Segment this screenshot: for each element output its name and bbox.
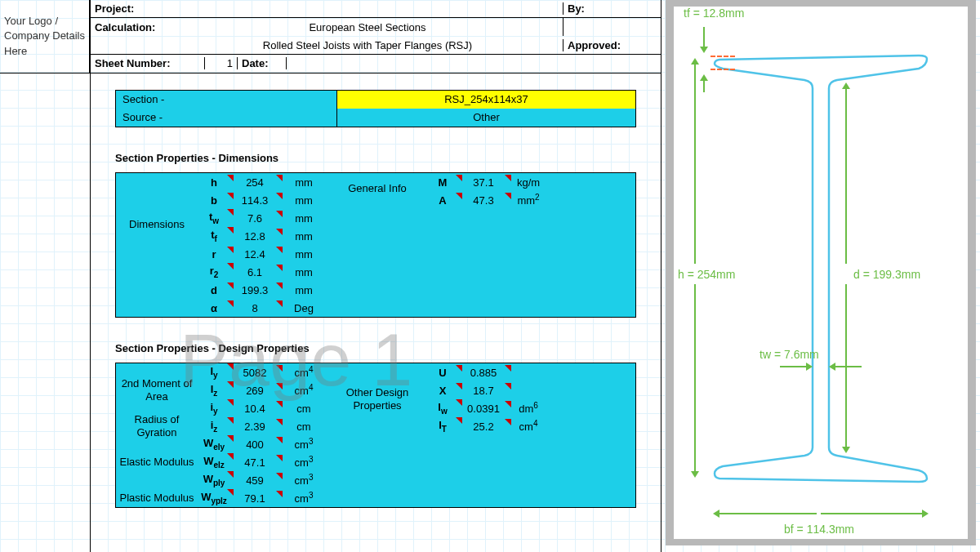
header-block: Project: By: Calculation: European Steel… <box>90 0 662 73</box>
des-sym: iy <box>198 401 230 416</box>
dim-sym: r2 <box>198 265 230 279</box>
des-unit: cm3 <box>279 455 328 469</box>
des-val: 5082 <box>230 367 279 379</box>
des-row: Wyplz79.1cm3 <box>116 489 635 507</box>
by-label: By: <box>563 2 661 15</box>
des-unit: cm <box>279 403 328 415</box>
des-row: Welz47.1cm3 <box>116 453 635 471</box>
gi-val: 47.3 <box>459 194 508 207</box>
dim-val: 12.4 <box>230 248 279 260</box>
odp-val: 18.7 <box>459 385 508 397</box>
dimensions-table: h254mmGeneral InfoM37.1kg/mb114.3mmA47.3… <box>115 172 636 318</box>
odp-val: 25.2 <box>459 421 508 433</box>
dim-row: b114.3mmA47.3mm2 <box>116 191 635 209</box>
dim-sym: tf <box>198 229 230 243</box>
des-sym: Wely <box>198 437 230 452</box>
dim-unit: mm <box>279 176 328 189</box>
source-label: Source - <box>116 109 336 127</box>
calculation-sub: Rolled Steel Joists with Taper Flanges (… <box>172 39 563 51</box>
odp-sym: U <box>426 367 459 379</box>
des-val: 400 <box>230 438 279 451</box>
section-dropdown[interactable]: RSJ_254x114x37 <box>336 91 635 109</box>
odp-val: 0.885 <box>459 367 508 379</box>
des-row: Iz269cm4Other Design PropertiesX18.7 <box>116 381 635 399</box>
dim-val: 12.8 <box>230 230 279 243</box>
des-unit: cm3 <box>279 491 328 505</box>
des-row: Plastic ModulusWply459cm3 <box>116 471 635 489</box>
section-label: Section - <box>116 91 336 109</box>
date-label: Date: <box>238 57 287 69</box>
design-title: Section Properties - Design Properties <box>115 342 636 354</box>
dim-sym: b <box>198 194 230 207</box>
h-label: h = 254mm <box>678 268 735 281</box>
dim-sym: h <box>198 176 230 189</box>
dim-sym: d <box>198 284 230 296</box>
des-val: 79.1 <box>230 492 279 505</box>
project-label: Project: <box>91 2 172 15</box>
des-val: 459 <box>230 474 279 487</box>
des-val: 10.4 <box>230 403 279 415</box>
source-value[interactable]: Other <box>336 109 635 127</box>
gi-unit: mm2 <box>508 193 549 207</box>
section-diagram: tf = 12.8mm h = 254mm d = 199.3mm tw = 7… <box>666 0 976 545</box>
odp-sym: X <box>426 385 459 397</box>
des-val: 269 <box>230 385 279 397</box>
des-unit: cm3 <box>279 437 328 451</box>
des-row: Elastic ModulusWely400cm3 <box>116 435 635 453</box>
calculation-label: Calculation: <box>91 21 172 33</box>
dim-row: Dimensionsr12.4mm <box>116 245 635 263</box>
dim-sym: α <box>198 302 230 314</box>
des-unit: cm4 <box>279 383 328 397</box>
dim-row: r26.1mm <box>116 263 635 281</box>
des-sym: iz <box>198 419 230 434</box>
approved-label: Approved: <box>563 39 661 51</box>
sheet-label: Sheet Number: <box>91 57 205 69</box>
d-label: d = 199.3mm <box>853 268 920 281</box>
bf-label: bf = 114.3mm <box>784 523 854 536</box>
dim-unit: mm <box>279 284 328 296</box>
des-sym: Welz <box>198 455 230 470</box>
dim-val: 7.6 <box>230 212 279 225</box>
dim-val: 254 <box>230 176 279 189</box>
dim-val: 114.3 <box>230 194 279 207</box>
des-unit: cm3 <box>279 473 328 487</box>
logo-placeholder: Your Logo / Company Details Here <box>0 0 90 73</box>
dim-unit: mm <box>279 248 328 260</box>
gi-sym: A <box>426 194 459 207</box>
section-selector: Section - RSJ_254x114x37 Source - Other <box>115 90 636 127</box>
sheet-value[interactable]: 1 <box>205 57 238 69</box>
dim-row: d199.3mm <box>116 281 635 299</box>
gi-unit: kg/m <box>508 176 549 189</box>
tw-label: tw = 7.6mm <box>760 348 819 361</box>
dim-val: 6.1 <box>230 266 279 278</box>
dim-row: α8Deg <box>116 299 635 317</box>
des-row: 2nd Moment of AreaIy5082cm4U0.885 <box>116 363 635 381</box>
des-sym: Wyplz <box>198 491 230 505</box>
odp-unit: dm6 <box>508 401 549 415</box>
des-row: iz2.39cmIT25.2cm4 <box>116 417 635 435</box>
dim-sym: tw <box>198 211 230 225</box>
dim-unit: Deg <box>279 302 328 314</box>
gi-sym: M <box>426 176 459 189</box>
odp-val: 0.0391 <box>459 403 508 415</box>
odp-sym: IT <box>426 419 459 434</box>
des-unit: cm4 <box>279 365 328 379</box>
des-unit: cm <box>279 421 328 433</box>
odp-sym: Iw <box>426 401 459 416</box>
dim-unit: mm <box>279 194 328 207</box>
odp-unit: cm4 <box>508 419 549 433</box>
dim-val: 8 <box>230 302 279 314</box>
dim-row: h254mmGeneral InfoM37.1kg/m <box>116 173 635 191</box>
dim-unit: mm <box>279 230 328 243</box>
design-table: 2nd Moment of AreaIy5082cm4U0.885Iz269cm… <box>115 363 636 508</box>
dim-group-label: Dimensions <box>116 218 198 236</box>
dim-sym: r <box>198 248 230 260</box>
gi-val: 37.1 <box>459 176 508 189</box>
des-val: 2.39 <box>230 421 279 433</box>
dimensions-title: Section Properties - Dimensions <box>115 152 636 164</box>
calculation-value: European Steel Sections <box>172 21 563 33</box>
des-sym: Wply <box>198 473 230 487</box>
des-row: Radius of Gyrationiy10.4cmIw0.0391dm6 <box>116 399 635 417</box>
tf-label: tf = 12.8mm <box>684 7 744 20</box>
des-sym: Iy <box>198 365 230 380</box>
